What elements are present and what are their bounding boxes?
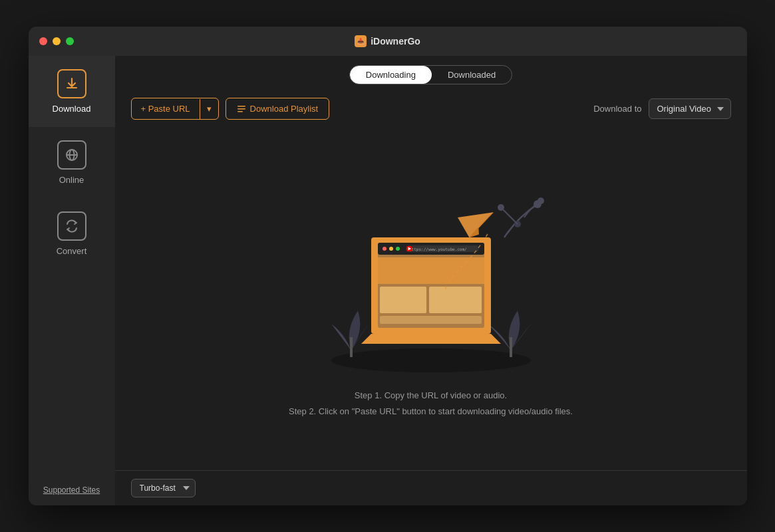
close-button[interactable] xyxy=(39,37,47,45)
illustration-svg: https://www.youtube.com/ xyxy=(285,164,577,377)
minimize-button[interactable] xyxy=(53,37,61,45)
svg-rect-7 xyxy=(350,337,353,357)
app-title: 📥 iDownerGo xyxy=(355,35,420,47)
tab-bar: Downloading Downloaded xyxy=(115,56,747,91)
bottom-bar: Turbo-fast Fast Normal xyxy=(115,470,747,505)
online-label: Online xyxy=(59,175,84,185)
main-layout: Download Online xyxy=(29,56,747,505)
step2-text: Step 2. Click on "Paste URL" button to s… xyxy=(289,404,573,419)
svg-rect-3 xyxy=(237,106,245,107)
svg-point-19 xyxy=(396,247,400,251)
paste-url-dropdown-button[interactable]: ▾ xyxy=(200,98,218,119)
svg-point-6 xyxy=(331,348,531,372)
sidebar-item-download[interactable]: Download xyxy=(29,56,115,127)
convert-label: Convert xyxy=(57,246,87,256)
download-to-group: Download to Original Video MP4 MP3 MKV xyxy=(593,98,730,119)
speed-select[interactable]: Turbo-fast Fast Normal xyxy=(131,479,196,497)
svg-rect-15 xyxy=(378,243,484,328)
download-to-select[interactable]: Original Video MP4 MP3 MKV xyxy=(649,98,731,119)
svg-point-18 xyxy=(389,247,393,251)
maximize-button[interactable] xyxy=(66,37,74,45)
download-playlist-button[interactable]: Download Playlist xyxy=(226,98,330,120)
sidebar-bottom: Supported Sites xyxy=(29,475,115,505)
online-icon xyxy=(57,140,86,170)
illustration-area: https://www.youtube.com/ xyxy=(115,126,747,470)
tab-group: Downloading Downloaded xyxy=(349,65,512,84)
supported-sites-link[interactable]: Supported Sites xyxy=(35,485,108,495)
svg-point-10 xyxy=(538,198,544,204)
paste-url-label: + Paste URL xyxy=(141,104,190,114)
titlebar: 📥 iDownerGo xyxy=(29,27,747,56)
tab-downloaded[interactable]: Downloaded xyxy=(432,66,512,84)
svg-point-12 xyxy=(498,204,504,211)
playlist-icon xyxy=(237,104,246,114)
svg-rect-25 xyxy=(380,287,426,313)
paste-url-button[interactable]: + Paste URL xyxy=(132,98,200,119)
convert-icon xyxy=(57,211,86,241)
app-icon: 📥 xyxy=(355,35,367,47)
sidebar: Download Online xyxy=(29,56,115,505)
svg-rect-4 xyxy=(237,108,245,110)
app-title-text: iDownerGo xyxy=(371,36,420,47)
content-area: Downloading Downloaded + Paste URL ▾ xyxy=(115,56,747,505)
window-controls xyxy=(39,37,74,45)
sidebar-item-convert[interactable]: Convert xyxy=(29,198,115,269)
sidebar-item-online[interactable]: Online xyxy=(29,127,115,198)
svg-text:https://www.youtube.com/: https://www.youtube.com/ xyxy=(409,247,467,252)
svg-rect-24 xyxy=(378,257,484,284)
download-playlist-label: Download Playlist xyxy=(250,104,319,114)
svg-rect-26 xyxy=(429,287,482,313)
svg-point-17 xyxy=(383,247,387,251)
toolbar: + Paste URL ▾ Download Playlist Download… xyxy=(115,91,747,126)
app-window: 📥 iDownerGo Download xyxy=(29,27,747,505)
download-icon xyxy=(57,69,86,98)
step1-text: Step 1. Copy the URL of video or audio. xyxy=(289,388,573,403)
steps-text: Step 1. Copy the URL of video or audio. … xyxy=(289,388,573,419)
download-to-label: Download to xyxy=(593,104,641,114)
svg-rect-27 xyxy=(380,316,482,324)
svg-rect-5 xyxy=(237,111,243,112)
download-label: Download xyxy=(53,104,91,114)
paste-url-group: + Paste URL ▾ xyxy=(131,98,219,120)
svg-rect-8 xyxy=(510,337,512,357)
tab-downloading[interactable]: Downloading xyxy=(350,66,432,84)
